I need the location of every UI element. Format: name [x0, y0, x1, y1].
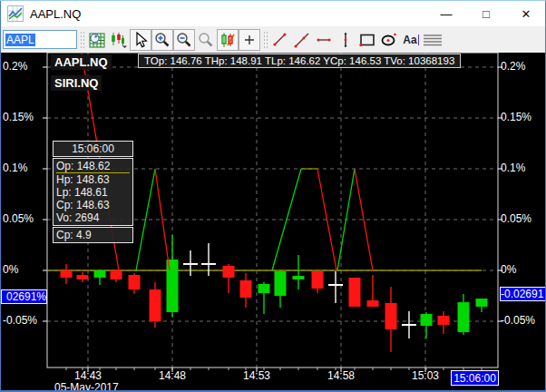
symbol-input-value: AAPL — [5, 34, 35, 46]
y-axis-label-right: 0% — [501, 263, 516, 276]
text-tool-icon[interactable]: Aa — [400, 29, 422, 51]
y-axis-label-left: -0.05% — [3, 314, 37, 327]
minimize-icon[interactable]: — — [426, 1, 466, 26]
x-axis-time-badge: 15:06:00 — [451, 370, 499, 386]
candle-body — [167, 260, 179, 312]
session-info-bar: TOp: 146.76 THp: 148.91 TLp: 146.62 YCp:… — [138, 54, 461, 68]
horizontal-line-icon[interactable] — [313, 29, 335, 51]
close-icon[interactable]: ✕ — [506, 1, 546, 26]
tooltip-footer: Cp: 4.9 — [53, 227, 133, 243]
y-axis-label-right: 0.05% — [501, 212, 531, 225]
x-axis-label: 14:58 — [314, 369, 368, 382]
overlay-line-segment — [355, 169, 373, 270]
legend-item-siri[interactable]: SIRI.NQ — [51, 75, 102, 91]
candle-body — [367, 300, 379, 307]
candle-body — [223, 266, 235, 278]
y-axis-label-right: 0.1% — [501, 162, 525, 174]
quote-board-icon[interactable] — [86, 29, 108, 51]
candle-body — [293, 276, 305, 279]
ellipse-icon[interactable] — [378, 29, 400, 51]
chart-type-icon[interactable] — [108, 29, 130, 51]
candle-body — [77, 275, 89, 279]
candle-body — [258, 284, 270, 293]
rectangle-icon[interactable] — [356, 29, 378, 51]
candle-body — [458, 302, 470, 332]
left-axis-value-badge: 02691% — [1, 289, 47, 304]
tooltip-body: Op: 148.62 Hp: 148.63 Lp: 148.61 Cp: 148… — [53, 158, 133, 226]
y-axis-label-left: 0.05% — [3, 212, 34, 225]
y-axis-label-left: 0% — [3, 263, 18, 276]
title-bar[interactable]: AAPL.NQ — □ ✕ — [0, 1, 546, 26]
text-cursor — [418, 34, 419, 45]
legend-item-aapl[interactable]: AAPL.NQ — [51, 54, 112, 70]
candle-body — [438, 316, 450, 325]
tooltip-low: Lp: 148.61 — [56, 186, 130, 199]
x-axis-label: 14:48 — [145, 369, 200, 382]
window-title: AAPL.NQ — [30, 7, 81, 21]
text-tool-label: Aa — [403, 34, 416, 46]
symbol-input[interactable]: AAPL — [3, 30, 77, 49]
candle-body — [349, 278, 361, 307]
toolbar-grip[interactable] — [79, 30, 84, 50]
candle-body — [421, 314, 433, 326]
zoom-icon[interactable] — [195, 29, 217, 51]
x-axis-label: 15:03 — [398, 369, 453, 382]
candle-body — [111, 270, 122, 279]
zoom-out-icon[interactable] — [173, 29, 195, 51]
toolbar-grip-2[interactable] — [262, 30, 268, 50]
candle-body — [275, 271, 287, 296]
y-axis-label-left: 0.1% — [3, 162, 27, 174]
levels-icon[interactable] — [422, 29, 444, 51]
candle-body — [476, 299, 488, 307]
candle-body — [312, 271, 324, 289]
candlestick-edit-icon[interactable] — [217, 29, 239, 51]
y-axis-label-right: -0.05% — [501, 314, 535, 327]
toolbar: AAPL — [0, 26, 546, 53]
crosshair-tooltip: 15:06:00 Op: 148.62 Hp: 148.63 Lp: 148.6… — [53, 141, 133, 244]
y-axis-label-left: 0.2% — [3, 60, 27, 73]
trend-line-icon[interactable] — [269, 29, 291, 51]
y-axis-label-left: 0.15% — [3, 111, 34, 123]
candle-body — [240, 280, 252, 298]
tooltip-volume: Vo: 2694 — [56, 211, 130, 224]
candle-body — [94, 270, 106, 278]
candle-body — [61, 270, 73, 278]
maximize-icon[interactable]: □ — [466, 1, 506, 26]
right-axis-value-badge: -0.02691 — [500, 287, 546, 301]
window-border-left — [0, 1, 1, 392]
y-axis-label-right: 0.15% — [501, 111, 531, 123]
ray-line-icon[interactable] — [291, 29, 313, 51]
tooltip-high: Hp: 148.63 — [56, 173, 130, 186]
vertical-line-icon[interactable] — [335, 29, 356, 51]
zoom-in-icon[interactable] — [151, 29, 173, 51]
tooltip-time: 15:06:00 — [53, 141, 133, 157]
x-axis-label: 14:43 — [61, 369, 115, 382]
tooltip-open: Op: 148.62 — [56, 160, 130, 173]
tooltip-close: Cp: 148.63 — [56, 199, 130, 211]
chart-window: AAPL.NQ — □ ✕ AAPL — [0, 0, 546, 392]
candle-body — [150, 289, 161, 321]
x-axis-label: 14:53 — [229, 369, 284, 382]
cursor-icon[interactable] — [130, 29, 151, 51]
add-icon[interactable] — [239, 29, 260, 51]
y-axis-label-right: 0.2% — [501, 60, 525, 73]
app-chart-icon — [7, 5, 24, 22]
candle-body — [385, 303, 397, 329]
candle-body — [129, 275, 141, 289]
